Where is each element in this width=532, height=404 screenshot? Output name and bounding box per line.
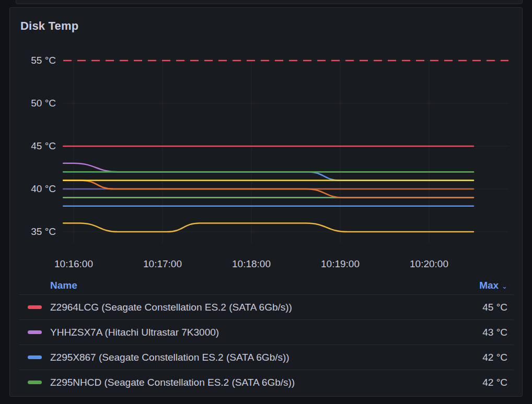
legend-series-name[interactable]: YHHZSX7A (Hitachi Ultrastar 7K3000) [50,327,460,338]
y-tick-label: 55 °C [24,54,56,67]
series-line-yhhzsx7a [63,163,473,172]
legend-max-value: 42 °C [460,377,507,388]
series-color-pill[interactable] [28,305,42,309]
legend-max-value: 45 °C [460,302,507,313]
legend-series-name[interactable]: Z295X867 (Seagate Constellation ES.2 (SA… [50,352,460,363]
legend-row[interactable]: YHHZSX7A (Hitachi Ultrastar 7K3000)43 °C [19,319,514,344]
legend-max-value: 43 °C [460,327,507,338]
y-tick-label: 35 °C [24,225,56,238]
y-tick-label: 40 °C [24,183,56,195]
adjacent-panel-edge [16,0,523,4]
legend-table: Name Max⌄ Z2964LCG (Seagate Constellatio… [19,276,514,395]
y-tick-label: 50 °C [24,97,56,110]
legend-series-name[interactable]: Z295NHCD (Seagate Constellation ES.2 (SA… [50,377,460,388]
series-color-pill[interactable] [28,381,42,384]
series-color-pill[interactable] [28,355,42,359]
x-tick-label: 10:20:00 [398,258,460,270]
legend-max-value: 42 °C [460,352,507,363]
y-tick-label: 45 °C [24,140,56,152]
x-tick-label: 10:16:00 [42,258,105,270]
x-tick-label: 10:17:00 [131,258,194,270]
series-color-pill[interactable] [28,330,42,334]
legend-column-name[interactable]: Name [50,280,77,291]
series-line [63,181,473,189]
x-tick-label: 10:18:00 [220,258,283,270]
dashboard-page: Disk Temp 55 °C50 °C45 °C40 °C35 °C 10:1… [0,0,532,404]
legend-row[interactable]: Z2964LCG (Seagate Constellation ES.2 (SA… [19,294,514,319]
legend-header: Name Max⌄ [19,276,514,294]
legend-row[interactable]: Z295X867 (Seagate Constellation ES.2 (SA… [19,344,514,370]
legend-series-name[interactable]: Z2964LCG (Seagate Constellation ES.2 (SA… [50,302,460,313]
x-tick-label: 10:19:00 [309,258,372,270]
chevron-down-icon: ⌄ [502,282,507,290]
series-line-z295x867 [63,172,473,180]
legend-row[interactable]: Z295NHCD (Seagate Constellation ES.2 (SA… [19,370,514,395]
legend-column-max-wrap[interactable]: Max⌄ [479,280,507,291]
series-line [63,223,473,232]
disk-temp-panel: Disk Temp 55 °C50 °C45 °C40 °C35 °C 10:1… [9,7,523,397]
legend-column-max[interactable]: Max [479,280,499,291]
